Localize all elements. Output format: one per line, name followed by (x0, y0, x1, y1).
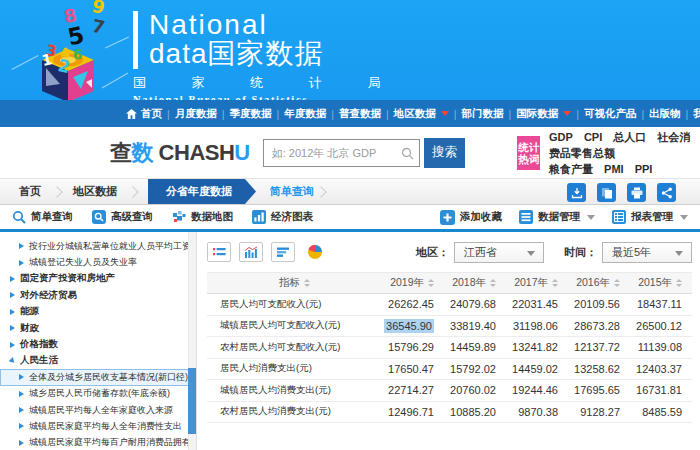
download-button[interactable] (567, 183, 586, 202)
column-header-label: 2015年 (638, 276, 672, 290)
value-cell[interactable]: 22714.27 (382, 384, 444, 396)
value-cell[interactable]: 17695.65 (568, 384, 630, 396)
value-cell[interactable]: 17650.47 (382, 363, 444, 375)
sort-icon[interactable] (304, 279, 310, 287)
hot-word-link[interactable]: 粮食产量 (549, 163, 593, 175)
column-header[interactable]: 2016年 (568, 276, 630, 290)
breadcrumb-link[interactable]: 简单查询 (270, 184, 314, 199)
sidebar-item[interactable]: 财政 (0, 320, 43, 336)
nav-item-6[interactable]: 地区数据 (390, 107, 453, 121)
sidebar-item[interactable]: 城镇居民家庭平均每百户耐用消费品拥有量 (0, 435, 197, 450)
value-cell[interactable]: 20109.56 (568, 298, 630, 310)
sort-icon[interactable] (490, 279, 496, 287)
copy-button[interactable] (597, 183, 616, 202)
value-cell[interactable]: 28673.28 (568, 320, 630, 332)
nav-item-11[interactable]: 我的收藏 (689, 107, 700, 121)
sidebar-item[interactable]: 按行业分城镇私营单位就业人员平均工资 (0, 238, 195, 254)
value-cell[interactable]: 31198.06 (506, 320, 568, 332)
breadcrumb-active[interactable]: 分省年度数据 (148, 179, 256, 204)
nav-item-4[interactable]: 年度数据 (280, 107, 330, 121)
value-cell[interactable]: 24079.68 (444, 298, 506, 310)
share-button[interactable] (657, 183, 676, 202)
hot-word-link[interactable]: CPI (584, 131, 602, 143)
scrollbar-thumb[interactable] (188, 368, 196, 434)
econ-chart-button[interactable]: 经济图表 (252, 210, 313, 224)
value-cell[interactable]: 14459.89 (444, 341, 506, 353)
value-cell[interactable]: 12496.71 (382, 406, 444, 418)
value-text: 17695.65 (574, 384, 620, 396)
add-favorite-button[interactable]: 添加收藏 (440, 210, 502, 225)
value-cell[interactable]: 12403.37 (630, 363, 692, 375)
sort-icon[interactable] (552, 279, 558, 287)
sort-icon[interactable] (614, 279, 620, 287)
nav-item-8[interactable]: 国际数据 (512, 107, 575, 121)
nav-item-1[interactable]: 首页 (122, 107, 166, 121)
sidebar-item[interactable]: 全体及分城乡居民收支基本情况(新口径) (0, 369, 192, 385)
data-map-button[interactable]: 数据地图 (172, 210, 233, 224)
column-header[interactable]: 指标 (207, 276, 382, 290)
sidebar-item[interactable]: 人民生活 (0, 353, 62, 369)
pie-chart-view-button[interactable] (303, 242, 327, 262)
value-cell[interactable]: 26500.12 (630, 320, 692, 332)
report-manage-button[interactable]: 报表管理 (612, 210, 688, 224)
sidebar-item[interactable]: 城镇登记失业人员及失业率 (0, 254, 141, 270)
value-cell[interactable]: 26262.45 (382, 298, 444, 310)
value-cell[interactable]: 22031.45 (506, 298, 568, 310)
column-header[interactable]: 2018年 (444, 276, 506, 290)
sidebar-item[interactable]: 对外经济贸易 (0, 287, 81, 303)
hot-word-link[interactable]: PMI (604, 163, 624, 175)
nav-separator: | (508, 108, 511, 120)
nav-item-10[interactable]: 出版物 (645, 107, 685, 121)
sidebar-item[interactable]: 城镇居民家庭平均每人全年消费性支出 (0, 418, 186, 434)
sort-icon[interactable] (676, 279, 682, 287)
sidebar-item[interactable]: 固定资产投资和房地产 (0, 271, 119, 287)
value-cell[interactable]: 10885.20 (444, 406, 506, 418)
hot-word-link[interactable]: GDP (549, 131, 573, 143)
value-cell[interactable]: 13241.82 (506, 341, 568, 353)
value-cell[interactable]: 11139.08 (630, 341, 692, 353)
column-header[interactable]: 2017年 (506, 276, 568, 290)
value-cell[interactable]: 15792.02 (444, 363, 506, 375)
advanced-search-button[interactable]: 高级查询 (92, 210, 153, 224)
value-cell[interactable]: 20760.02 (444, 384, 506, 396)
nav-item-2[interactable]: 月度数据 (171, 107, 221, 121)
value-cell[interactable]: 15796.29 (382, 341, 444, 353)
column-header[interactable]: 2015年 (630, 276, 692, 290)
breadcrumb-item[interactable]: 地区数据 (64, 184, 126, 199)
value-cell[interactable]: 18437.11 (630, 298, 692, 310)
value-cell[interactable]: 36545.90 (382, 320, 444, 332)
value-cell[interactable]: 19244.46 (506, 384, 568, 396)
search-button[interactable]: 搜索 (424, 138, 466, 168)
list-view-button[interactable] (207, 242, 231, 262)
nav-item-3[interactable]: 季度数据 (225, 107, 275, 121)
column-header[interactable]: 2019年 (382, 276, 444, 290)
time-select[interactable]: 最近5年 (602, 242, 692, 263)
hot-word-link[interactable]: 总人口 (613, 131, 646, 143)
nav-item-5[interactable]: 普查数据 (335, 107, 385, 121)
nav-item-9[interactable]: 可视化产品 (580, 107, 641, 121)
search-input[interactable] (263, 139, 420, 167)
region-select[interactable]: 江西省 (454, 242, 544, 263)
value-cell[interactable]: 9128.27 (568, 406, 630, 418)
nav-item-7[interactable]: 部门数据 (457, 107, 507, 121)
data-manage-button[interactable]: 数据管理 (519, 210, 595, 224)
breadcrumb-item[interactable]: 首页 (10, 184, 50, 199)
bar-chart-view-button[interactable] (239, 242, 263, 262)
sidebar-scrollbar[interactable] (188, 232, 196, 450)
hot-word-link[interactable]: PPI (635, 163, 653, 175)
print-button[interactable] (627, 183, 646, 202)
value-cell[interactable]: 33819.40 (444, 320, 506, 332)
value-cell[interactable]: 12137.72 (568, 341, 630, 353)
hbar-chart-view-button[interactable] (271, 242, 295, 262)
value-cell[interactable]: 9870.38 (506, 406, 568, 418)
value-cell[interactable]: 16731.81 (630, 384, 692, 396)
value-cell[interactable]: 8485.59 (630, 406, 692, 418)
sidebar-item[interactable]: 城乡居民人民币储蓄存款(年底余额) (0, 386, 174, 402)
sidebar-item[interactable]: 价格指数 (0, 336, 62, 352)
value-cell[interactable]: 14459.02 (506, 363, 568, 375)
simple-search-button[interactable]: 简单查询 (12, 210, 73, 224)
sidebar-item[interactable]: 能源 (0, 304, 43, 320)
value-cell[interactable]: 13258.62 (568, 363, 630, 375)
sidebar-item[interactable]: 城镇居民平均每人全年家庭收入来源 (0, 402, 177, 418)
sort-icon[interactable] (428, 279, 434, 287)
